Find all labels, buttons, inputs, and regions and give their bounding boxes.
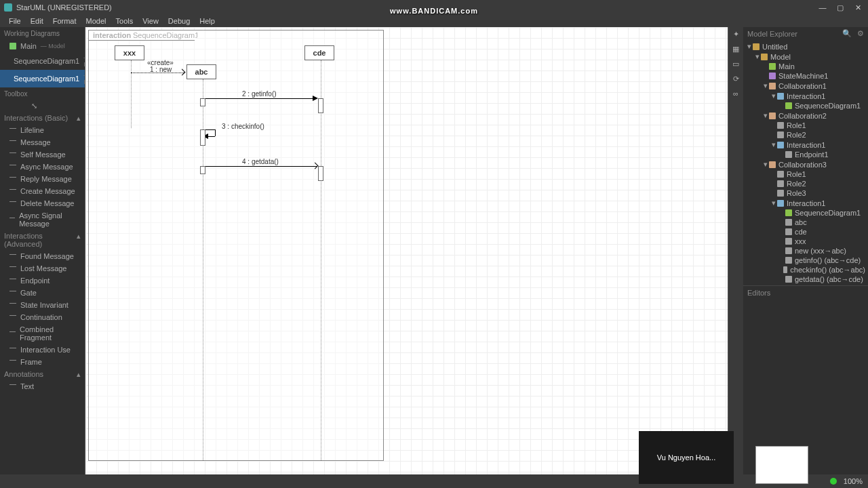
diagram-navigator-thumb[interactable] [755,446,808,484]
menu-model[interactable]: Model [81,15,111,27]
working-diagram-item[interactable]: SequenceDiagram1— Interact... [0,70,85,87]
toolbox-item[interactable]: Interaction Use [0,344,85,356]
tree-twisty-icon[interactable]: ▾ [770,92,777,100]
activation-cde-1[interactable] [318,98,323,113]
tree-node[interactable]: Role3 [743,188,868,198]
toolbox-category[interactable]: Interactions (Basic)▴ [0,112,85,124]
toolbox-item[interactable]: Gate [0,287,85,299]
toolbox-item[interactable]: Message [0,136,85,148]
tree-node[interactable]: Role2 [743,179,868,188]
tree-node[interactable]: SequenceDiagram1 [743,208,868,218]
diagram-icon[interactable]: ▦ [731,45,741,54]
interaction-frame[interactable]: interaction SequenceDiagram1 xxx cde «cr… [88,30,384,461]
toolbox-item[interactable]: State Invariant [0,299,85,311]
maximize-button[interactable]: ▢ [831,0,849,15]
tree-twisty-icon[interactable]: ▾ [754,52,761,61]
toolbox-item[interactable]: Combined Fragment [0,323,85,344]
toolbox-category[interactable]: Interactions (Advanced)▴ [0,230,85,250]
tree-node[interactable]: ▾Collaboration1 [743,81,868,91]
model-tree[interactable]: ▾Untitled▾ModelMainStateMachine1▾Collabo… [743,40,868,285]
toolbox-item[interactable]: Text [0,380,85,392]
tree-node[interactable]: checkinfo() (abc→abc) [743,265,868,274]
zoom-level[interactable]: 100% [844,477,863,485]
search-icon[interactable]: 🔍 [797,29,852,38]
tree-twisty-icon[interactable]: ▾ [746,42,753,51]
msg-2-label[interactable]: 2 : getinfo() [242,90,277,98]
activation-abc-1[interactable] [200,98,205,106]
tree-label: SequenceDiagram1 [795,102,861,110]
tree-twisty-icon[interactable]: ▾ [770,140,777,149]
toolbox-item[interactable]: Create Message [0,185,85,197]
tree-node[interactable]: ▾Interaction1 [743,140,868,150]
minimize-button[interactable]: — [814,0,831,15]
tree-twisty-icon[interactable]: ▾ [762,111,769,120]
tree-node[interactable]: ▾Interaction1 [743,91,868,101]
tree-node[interactable]: abc [743,218,868,227]
activation-abc-3[interactable] [200,166,205,174]
tree-node[interactable]: ▾Untitled [743,41,868,52]
toolbox-cursor[interactable]: ⤡ [0,100,85,112]
diagram-canvas[interactable]: interaction SequenceDiagram1 xxx cde «cr… [85,27,728,474]
menu-tools[interactable]: Tools [111,15,138,27]
menu-debug[interactable]: Debug [163,15,195,27]
tree-twisty-icon[interactable]: ▾ [762,160,769,169]
extension-icon[interactable]: ✦ [731,30,741,39]
refresh-icon[interactable]: ⟳ [731,75,741,84]
lifeline-xxx[interactable]: xxx [115,45,144,60]
toolbox-item[interactable]: Async Message [0,161,85,173]
working-diagram-item[interactable]: SequenceDiagram1— Interact... [0,52,85,70]
activation-cde-2[interactable] [318,166,323,181]
menubar: FileEditFormatModelToolsViewDebugHelp [0,15,868,27]
tree-label: Untitled [762,43,787,51]
tree-node[interactable]: ▾Interaction1 [743,198,868,208]
toolbox-item[interactable]: Reply Message [0,173,85,185]
lifeline-abc[interactable]: abc [186,64,216,79]
toolbox-item[interactable]: Lifeline [0,124,85,136]
working-diagram-item[interactable]: Main— Model [0,40,85,52]
share-icon[interactable]: ∞ [731,89,741,99]
toolbox-category[interactable]: Annotations▴ [0,368,85,380]
tree-node[interactable]: getinfo() (abc→cde) [743,256,868,265]
toolbox-item[interactable]: Lost Message [0,262,85,274]
tool-icon [9,152,16,157]
toolbox-item[interactable]: Frame [0,356,85,368]
tree-node[interactable]: StateMachine1 [743,71,868,81]
tree-node[interactable]: xxx [743,237,868,246]
menu-format[interactable]: Format [48,15,81,27]
menu-file[interactable]: File [4,15,26,27]
toolbox-item[interactable]: Endpoint [0,274,85,287]
msg-2-line [203,98,317,99]
tree-role-icon [785,276,792,283]
tree-node[interactable]: cde [743,227,868,237]
menu-edit[interactable]: Edit [26,15,48,27]
close-button[interactable]: ✕ [849,0,867,15]
tree-twisty-icon[interactable]: ▾ [770,199,777,207]
tree-twisty-icon[interactable]: ▾ [762,81,769,90]
tree-node[interactable]: ▾Model [743,52,868,62]
tree-node[interactable]: SequenceDiagram1 [743,101,868,110]
menu-view[interactable]: View [138,15,163,27]
toolbox-item[interactable]: Self Message [0,148,85,161]
webcam-overlay: Vu Nguyen Hoa... [639,431,734,484]
tree-node[interactable]: ▾Collaboration3 [743,159,868,169]
tree-node[interactable]: new (xxx→abc) [743,246,868,256]
msg-3-label[interactable]: 3 : checkinfo() [222,123,264,130]
tree-node[interactable]: Endpoint1 [743,150,868,159]
tree-node[interactable]: getdata() (abc→cde) [743,274,868,284]
tree-node[interactable]: Main [743,62,868,71]
tree-node[interactable]: ▾Collaboration2 [743,110,868,121]
toolbox-item[interactable]: Found Message [0,250,85,262]
tree-node[interactable]: Role1 [743,169,868,179]
settings-icon[interactable]: ⚙ [857,29,864,38]
tree-label: Role1 [787,121,806,129]
lifeline-cde[interactable]: cde [304,45,334,60]
activation-abc-2[interactable] [200,129,205,146]
menu-help[interactable]: Help [195,15,220,27]
toolbox-item[interactable]: Async Signal Message [0,209,85,230]
tree-node[interactable]: Role2 [743,130,868,140]
toolbox-item[interactable]: Delete Message [0,197,85,209]
tree-node[interactable]: Role1 [743,121,868,130]
validate-icon[interactable]: ▭ [731,60,741,69]
msg-4-label[interactable]: 4 : getdata() [242,158,279,165]
toolbox-item[interactable]: Continuation [0,311,85,323]
